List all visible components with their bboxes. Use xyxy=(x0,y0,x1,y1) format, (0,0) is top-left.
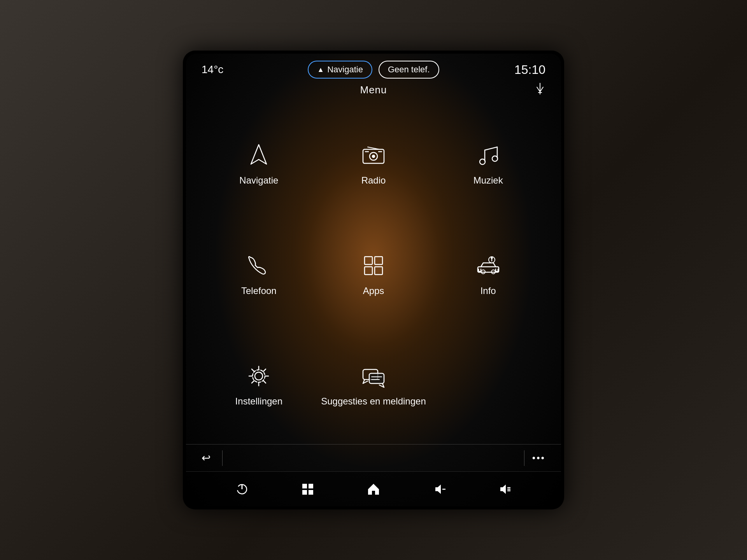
menu-item-instellingen[interactable]: Instellingen xyxy=(202,330,316,440)
svg-rect-37 xyxy=(302,490,307,495)
top-buttons: ▲ Navigatie Geen telef. xyxy=(308,61,439,79)
svg-rect-18 xyxy=(375,257,382,264)
screen-bezel: 14°c ▲ Navigatie Geen telef. 15:10 Menu xyxy=(183,51,564,509)
svg-rect-20 xyxy=(375,267,382,275)
navigation-icon xyxy=(245,142,272,169)
menu-item-radio-label: Radio xyxy=(361,174,386,186)
menu-item-apps[interactable]: Apps xyxy=(316,219,431,329)
menu-grid: Navigatie Radio xyxy=(186,101,561,444)
back-icon: ↩ xyxy=(202,452,210,464)
nav-arrow-icon: ▲ xyxy=(317,66,324,74)
back-button[interactable]: ↩ xyxy=(202,452,210,464)
menu-item-radio[interactable]: Radio xyxy=(316,108,431,219)
menu-title-bar: Menu xyxy=(186,82,561,101)
bottom-nav xyxy=(186,471,561,506)
radio-icon xyxy=(360,142,387,169)
car-surround: 14°c ▲ Navigatie Geen telef. 15:10 Menu xyxy=(0,0,747,560)
svg-rect-19 xyxy=(365,267,372,275)
vol-down-button[interactable] xyxy=(426,479,452,499)
svg-rect-30 xyxy=(369,373,384,383)
svg-rect-35 xyxy=(302,484,307,488)
navigation-button[interactable]: ▲ Navigatie xyxy=(308,61,372,79)
power-icon xyxy=(235,482,249,496)
screen: 14°c ▲ Navigatie Geen telef. 15:10 Menu xyxy=(186,54,561,506)
svg-point-15 xyxy=(480,159,485,164)
menu-item-instellingen-label: Instellingen xyxy=(235,395,282,407)
menu-item-info[interactable]: Info xyxy=(431,219,545,329)
navigation-button-label: Navigatie xyxy=(327,65,363,75)
temperature-display: 14°c xyxy=(202,63,233,76)
svg-point-26 xyxy=(491,257,492,258)
svg-rect-36 xyxy=(309,484,313,488)
grid-button[interactable] xyxy=(295,479,321,499)
home-icon xyxy=(366,482,381,496)
menu-item-navigatie-label: Navigatie xyxy=(239,174,278,186)
svg-marker-5 xyxy=(251,145,267,164)
svg-point-8 xyxy=(372,155,375,158)
menu-item-telefoon[interactable]: Telefoon xyxy=(202,219,316,329)
info-icon xyxy=(475,252,502,279)
menu-item-navigatie[interactable]: Navigatie xyxy=(202,108,316,219)
svg-line-13 xyxy=(485,147,497,150)
divider-left xyxy=(222,450,223,466)
divider-right xyxy=(524,450,524,466)
menu-title: Menu xyxy=(360,84,387,96)
phone-icon xyxy=(245,252,272,279)
vol-down-icon xyxy=(432,482,446,496)
status-bar: 14°c ▲ Navigatie Geen telef. 15:10 xyxy=(186,54,561,82)
menu-item-muziek-label: Muziek xyxy=(473,174,503,186)
menu-item-telefoon-label: Telefoon xyxy=(241,285,277,297)
vol-up-button[interactable] xyxy=(492,479,518,499)
phone-button[interactable]: Geen telef. xyxy=(379,61,439,79)
grid-icon xyxy=(301,482,315,496)
apps-icon xyxy=(360,252,387,279)
menu-item-apps-label: Apps xyxy=(363,285,384,297)
power-button[interactable] xyxy=(229,479,255,499)
action-bar: ↩ ••• xyxy=(186,444,561,471)
time-display: 15:10 xyxy=(514,63,545,77)
music-icon xyxy=(475,142,502,169)
svg-point-27 xyxy=(255,372,263,380)
svg-line-1 xyxy=(537,87,540,92)
svg-rect-38 xyxy=(309,490,313,495)
vol-up-icon xyxy=(498,482,512,496)
suggestions-icon xyxy=(360,362,387,390)
menu-item-muziek[interactable]: Muziek xyxy=(431,108,545,219)
menu-item-info-label: Info xyxy=(480,285,496,297)
antenna-icon xyxy=(535,82,545,98)
phone-button-label: Geen telef. xyxy=(388,65,430,74)
menu-item-suggesties[interactable]: Suggesties en meldingen xyxy=(316,330,431,440)
home-button[interactable] xyxy=(360,479,387,499)
more-icon: ••• xyxy=(532,453,545,463)
svg-point-16 xyxy=(492,156,498,161)
svg-rect-17 xyxy=(365,257,372,264)
settings-icon xyxy=(245,362,272,390)
svg-line-2 xyxy=(540,87,543,92)
more-button[interactable]: ••• xyxy=(532,453,545,464)
menu-item-suggesties-label: Suggesties en meldingen xyxy=(321,395,426,407)
